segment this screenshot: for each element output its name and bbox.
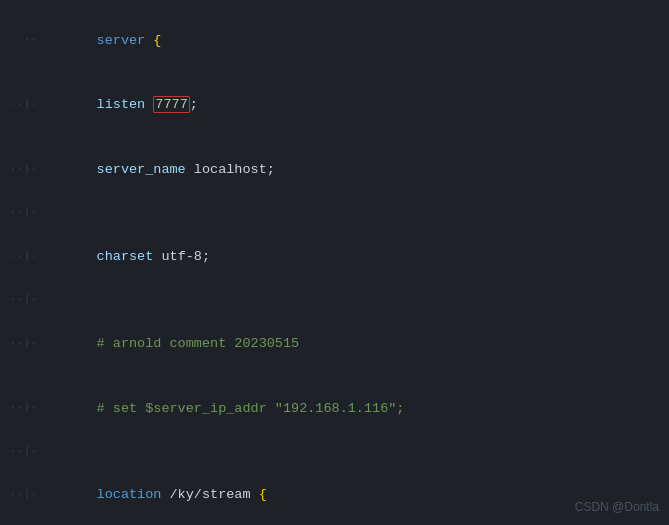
gutter-2: ··|· [4, 97, 46, 113]
gutter-3: ··|· [4, 162, 46, 178]
line-2: ··|· listen 7777; [0, 73, 669, 138]
line-3: ··|· server_name localhost; [0, 138, 669, 203]
gutter-1: ·· [4, 32, 46, 48]
line-6: ··|· [0, 289, 669, 311]
line-1: ·· server { [0, 8, 669, 73]
watermark: CSDN @Dontla [575, 498, 659, 517]
line-8: ··|· # set $server_ip_addr "192.168.1.11… [0, 376, 669, 441]
line-9: ··|· [0, 441, 669, 463]
gutter-6: ··|· [4, 292, 46, 308]
line-4: ··|· [0, 202, 669, 224]
gutter-5: ··|· [4, 249, 46, 265]
line-5: ··|· charset utf-8; [0, 224, 669, 289]
gutter-8: ··|· [4, 400, 46, 416]
gutter-7: ··|· [4, 336, 46, 352]
gutter-4: ··|· [4, 205, 46, 221]
code-editor: ·· server { ··|· listen 7777; ··|· serve… [0, 0, 669, 525]
line-10: ··|· location /ky/stream { [0, 463, 669, 525]
gutter-10: ··|· [4, 487, 46, 503]
line-7: ··|· # arnold comment 20230515 [0, 311, 669, 376]
highlight-listen-port: 7777 [153, 96, 189, 113]
gutter-9: ··|· [4, 444, 46, 460]
